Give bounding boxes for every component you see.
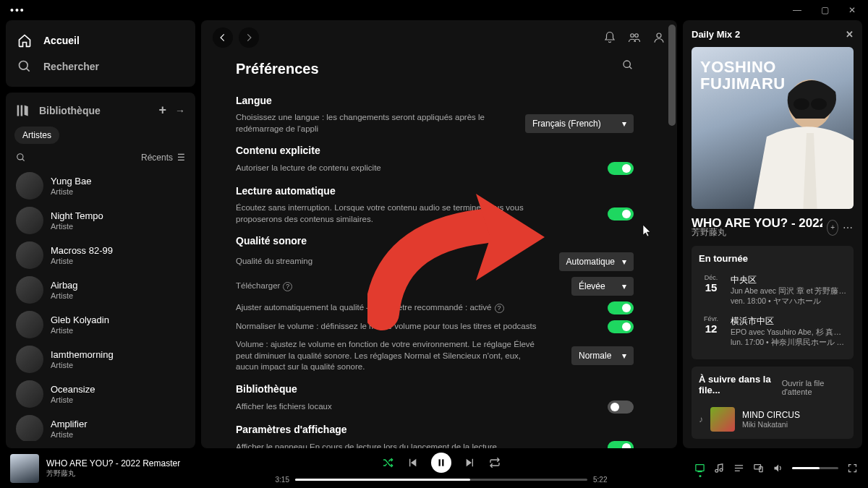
artist-avatar: [16, 276, 43, 304]
now-playing-view-icon[interactable]: [694, 463, 705, 474]
list-icon: ☰: [177, 153, 185, 163]
svg-rect-16: [696, 465, 704, 471]
quality-heading: Qualité sonore: [236, 235, 634, 247]
close-panel-icon[interactable]: ✕: [846, 29, 854, 40]
auto-adjust-label: Ajuster automatiquement la qualité – Par…: [236, 303, 492, 312]
auto-adjust-toggle[interactable]: [608, 301, 634, 314]
artist-row[interactable]: OceansizeArtiste: [14, 377, 187, 411]
library-icon[interactable]: [16, 103, 30, 118]
add-to-liked-icon[interactable]: +: [827, 220, 838, 236]
devices-icon[interactable]: [753, 463, 764, 474]
download-quality-select[interactable]: Élevée▾: [571, 277, 634, 296]
artist-row[interactable]: Yung BaeArtiste: [14, 168, 187, 203]
previous-button[interactable]: [407, 457, 418, 468]
info-icon[interactable]: ?: [283, 282, 292, 291]
cover-illustration: [738, 64, 854, 209]
expand-icon[interactable]: →: [175, 105, 185, 116]
queue-item[interactable]: ♪ MIND CIRCUS Miki Nakatani: [699, 407, 846, 432]
nav-forward-button[interactable]: [239, 27, 259, 48]
queue-icon[interactable]: [733, 463, 744, 474]
repeat-button[interactable]: [489, 457, 501, 468]
svg-point-13: [811, 98, 827, 110]
lang-desc: Choisissez une langue : les changements …: [236, 112, 511, 134]
artist-avatar: [16, 172, 43, 200]
artist-row[interactable]: Macross 82-99Artiste: [14, 238, 187, 273]
filter-chip-artists[interactable]: Artistes: [14, 127, 59, 144]
svg-point-6: [631, 34, 634, 38]
artist-avatar: [16, 346, 43, 373]
maximize-button[interactable]: ▢: [814, 5, 835, 15]
prefs-search-icon[interactable]: [622, 59, 634, 71]
artist-row[interactable]: AirbagArtiste: [14, 273, 187, 307]
local-files-toggle[interactable]: [608, 401, 634, 414]
tour-item[interactable]: Févr.12横浜市中区EPO avec Yasuhiro Abe, 杉 真理,…: [699, 311, 846, 352]
queue-thumb: [710, 407, 735, 432]
search-icon: [17, 59, 32, 74]
nav-back-button[interactable]: [213, 27, 233, 48]
display-np-toggle[interactable]: [608, 441, 634, 448]
artist-name: Iamthemorning: [51, 349, 114, 361]
svg-point-18: [720, 468, 723, 471]
language-select[interactable]: Français (French)▾: [525, 114, 634, 133]
library-search-icon[interactable]: [16, 153, 26, 163]
streaming-quality-select[interactable]: Automatique▾: [559, 252, 634, 271]
artist-row[interactable]: AmplifierArtiste: [14, 411, 187, 441]
info-icon[interactable]: ?: [495, 304, 504, 313]
autoplay-desc: Écoutez sans interruption. Lorsque votre…: [236, 202, 540, 225]
now-playing-artist[interactable]: 芳野藤丸: [46, 468, 180, 479]
home-icon: [17, 33, 32, 48]
app-menu-icon[interactable]: •••: [6, 4, 25, 16]
queue-track-artist: Miki Nakatani: [742, 420, 800, 429]
nav-home[interactable]: Accueil: [14, 27, 187, 53]
tour-item[interactable]: Déc.15中央区Jun Abe avec 岡沢 章 et 芳野藤丸ven. 1…: [699, 270, 846, 311]
explicit-heading: Contenu explicite: [236, 145, 634, 156]
sort-label: Récents: [141, 153, 173, 163]
close-button[interactable]: ✕: [842, 5, 862, 15]
download-quality-label: Télécharger: [236, 281, 280, 290]
artist-avatar: [16, 415, 43, 441]
volume-slider[interactable]: [792, 467, 838, 469]
display-heading: Paramètres d'affichage: [236, 424, 634, 435]
friends-icon[interactable]: [628, 31, 641, 44]
album-cover[interactable]: YOSHINOFUJIMARU: [692, 47, 854, 209]
local-files-label: Afficher les fichiers locaux: [236, 401, 332, 413]
autoplay-toggle[interactable]: [608, 207, 634, 221]
nav-search[interactable]: Rechercher: [14, 53, 187, 80]
artist-type: Artiste: [51, 395, 95, 404]
normalize-label: Normaliser le volume : définissez le mêm…: [236, 321, 536, 333]
minimize-button[interactable]: —: [787, 5, 807, 15]
fullscreen-icon[interactable]: [847, 463, 858, 474]
seek-bar[interactable]: [295, 479, 587, 481]
lyrics-icon[interactable]: [714, 463, 725, 474]
elapsed-time: 3:15: [268, 476, 289, 484]
on-tour-heading: En tournée: [699, 253, 846, 264]
open-queue-link[interactable]: Ouvrir la file d'attente: [782, 379, 846, 396]
notifications-icon[interactable]: [603, 31, 616, 44]
artist-row[interactable]: IamthemorningArtiste: [14, 342, 187, 377]
svg-point-12: [793, 98, 809, 110]
volume-level-select[interactable]: Normale▾: [571, 346, 634, 365]
add-icon[interactable]: +: [158, 103, 166, 118]
artist-type: Artiste: [51, 291, 78, 300]
library-label: Bibliothèque: [39, 105, 101, 116]
music-note-icon: ♪: [699, 414, 703, 424]
next-button[interactable]: [464, 457, 476, 468]
svg-line-1: [27, 69, 30, 72]
artist-row[interactable]: Gleb KolyadinArtiste: [14, 307, 187, 342]
now-playing-title[interactable]: WHO ARE YOU? - 2022 Remaster: [46, 458, 180, 468]
play-pause-button[interactable]: [431, 453, 451, 473]
profile-icon[interactable]: [652, 31, 665, 44]
more-options-icon[interactable]: ⋯: [843, 222, 854, 234]
svg-line-5: [22, 159, 25, 161]
normalize-toggle[interactable]: [608, 320, 634, 333]
now-playing-cover[interactable]: [10, 454, 39, 483]
volume-icon[interactable]: [773, 463, 783, 474]
shuffle-button[interactable]: [382, 457, 393, 468]
explicit-toggle[interactable]: [608, 162, 634, 175]
total-time: 5:22: [593, 476, 615, 484]
autoplay-heading: Lecture automatique: [236, 185, 634, 197]
nav-home-label: Accueil: [43, 35, 80, 46]
artist-type: Artiste: [51, 361, 114, 369]
sort-recents[interactable]: Récents☰: [141, 153, 185, 163]
artist-row[interactable]: Night TempoArtiste: [14, 203, 187, 238]
